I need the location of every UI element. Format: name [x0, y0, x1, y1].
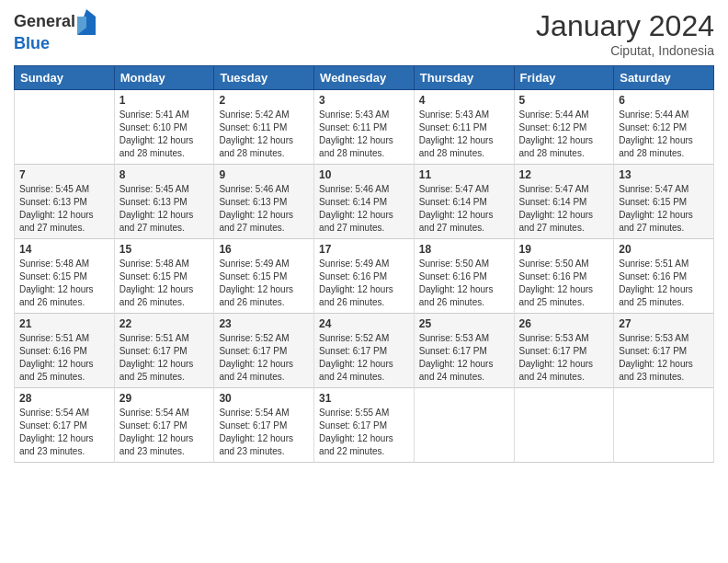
day-info: Sunrise: 5:47 AM Sunset: 6:14 PM Dayligh… [419, 183, 509, 235]
calendar-cell: 8Sunrise: 5:45 AM Sunset: 6:13 PM Daylig… [114, 165, 214, 239]
calendar-cell: 16Sunrise: 5:49 AM Sunset: 6:15 PM Dayli… [214, 239, 314, 314]
logo-general-text: General [14, 13, 75, 31]
location-subtitle: Ciputat, Indonesia [536, 43, 714, 58]
day-info: Sunrise: 5:54 AM Sunset: 6:17 PM Dayligh… [119, 407, 210, 458]
calendar-cell: 26Sunrise: 5:53 AM Sunset: 6:17 PM Dayli… [514, 314, 614, 388]
day-number: 13 [619, 168, 709, 181]
calendar-cell: 2Sunrise: 5:42 AM Sunset: 6:11 PM Daylig… [214, 90, 314, 165]
calendar-cell: 7Sunrise: 5:45 AM Sunset: 6:13 PM Daylig… [15, 165, 115, 239]
calendar-cell [514, 388, 614, 463]
day-number: 25 [419, 317, 509, 330]
header-row: Sunday Monday Tuesday Wednesday Thursday… [15, 66, 714, 90]
calendar-cell [414, 388, 514, 463]
day-number: 24 [319, 317, 409, 330]
header: General Blue January 2024 Ciputat, Indon… [14, 9, 714, 58]
calendar-cell: 9Sunrise: 5:46 AM Sunset: 6:13 PM Daylig… [214, 165, 314, 239]
day-number: 3 [319, 94, 409, 107]
day-number: 20 [619, 243, 709, 256]
day-info: Sunrise: 5:51 AM Sunset: 6:16 PM Dayligh… [19, 332, 109, 384]
day-info: Sunrise: 5:46 AM Sunset: 6:14 PM Dayligh… [319, 183, 409, 235]
day-info: Sunrise: 5:52 AM Sunset: 6:17 PM Dayligh… [219, 332, 309, 384]
logo-blue-text: Blue [14, 35, 96, 53]
calendar-cell: 30Sunrise: 5:54 AM Sunset: 6:17 PM Dayli… [214, 388, 314, 463]
month-title: January 2024 [536, 9, 714, 43]
day-number: 19 [519, 243, 609, 256]
calendar-body: 1Sunrise: 5:41 AM Sunset: 6:10 PM Daylig… [15, 90, 714, 463]
calendar-cell: 21Sunrise: 5:51 AM Sunset: 6:16 PM Dayli… [15, 314, 115, 388]
calendar-cell: 29Sunrise: 5:54 AM Sunset: 6:17 PM Dayli… [114, 388, 214, 463]
calendar-cell: 11Sunrise: 5:47 AM Sunset: 6:14 PM Dayli… [414, 165, 514, 239]
calendar-cell: 20Sunrise: 5:51 AM Sunset: 6:16 PM Dayli… [614, 239, 714, 314]
day-number: 15 [119, 243, 210, 256]
col-thursday: Thursday [414, 66, 514, 90]
day-number: 8 [119, 168, 210, 181]
calendar-cell: 23Sunrise: 5:52 AM Sunset: 6:17 PM Dayli… [214, 314, 314, 388]
day-number: 26 [519, 317, 609, 330]
day-number: 14 [19, 243, 109, 256]
calendar-cell: 22Sunrise: 5:51 AM Sunset: 6:17 PM Dayli… [114, 314, 214, 388]
day-number: 23 [219, 317, 309, 330]
day-info: Sunrise: 5:43 AM Sunset: 6:11 PM Dayligh… [319, 109, 409, 160]
col-sunday: Sunday [15, 66, 115, 90]
day-info: Sunrise: 5:53 AM Sunset: 6:17 PM Dayligh… [619, 332, 709, 384]
day-number: 10 [319, 168, 409, 181]
logo: General Blue [14, 9, 96, 53]
week-row: 7Sunrise: 5:45 AM Sunset: 6:13 PM Daylig… [15, 165, 714, 239]
day-info: Sunrise: 5:53 AM Sunset: 6:17 PM Dayligh… [519, 332, 609, 384]
calendar-cell: 17Sunrise: 5:49 AM Sunset: 6:16 PM Dayli… [314, 239, 415, 314]
day-info: Sunrise: 5:47 AM Sunset: 6:14 PM Dayligh… [519, 183, 609, 235]
day-number: 11 [419, 168, 509, 181]
day-number: 22 [119, 317, 210, 330]
day-number: 1 [119, 94, 210, 107]
week-row: 1Sunrise: 5:41 AM Sunset: 6:10 PM Daylig… [15, 90, 714, 165]
day-number: 28 [19, 392, 109, 405]
day-number: 18 [419, 243, 509, 256]
col-monday: Monday [114, 66, 214, 90]
calendar-cell: 24Sunrise: 5:52 AM Sunset: 6:17 PM Dayli… [314, 314, 415, 388]
day-number: 16 [219, 243, 309, 256]
day-number: 12 [519, 168, 609, 181]
logo-icon [77, 9, 96, 35]
day-number: 6 [619, 94, 709, 107]
calendar-cell: 6Sunrise: 5:44 AM Sunset: 6:12 PM Daylig… [614, 90, 714, 165]
day-info: Sunrise: 5:51 AM Sunset: 6:16 PM Dayligh… [619, 258, 709, 309]
calendar-cell: 12Sunrise: 5:47 AM Sunset: 6:14 PM Dayli… [514, 165, 614, 239]
calendar-cell [15, 90, 115, 165]
day-info: Sunrise: 5:55 AM Sunset: 6:17 PM Dayligh… [319, 407, 409, 458]
day-info: Sunrise: 5:50 AM Sunset: 6:16 PM Dayligh… [419, 258, 509, 309]
calendar-cell: 18Sunrise: 5:50 AM Sunset: 6:16 PM Dayli… [414, 239, 514, 314]
calendar-cell: 19Sunrise: 5:50 AM Sunset: 6:16 PM Dayli… [514, 239, 614, 314]
week-row: 21Sunrise: 5:51 AM Sunset: 6:16 PM Dayli… [15, 314, 714, 388]
day-number: 7 [19, 168, 109, 181]
col-friday: Friday [514, 66, 614, 90]
day-info: Sunrise: 5:53 AM Sunset: 6:17 PM Dayligh… [419, 332, 509, 384]
day-info: Sunrise: 5:45 AM Sunset: 6:13 PM Dayligh… [119, 183, 210, 235]
day-info: Sunrise: 5:47 AM Sunset: 6:15 PM Dayligh… [619, 183, 709, 235]
day-info: Sunrise: 5:48 AM Sunset: 6:15 PM Dayligh… [119, 258, 210, 309]
day-number: 21 [19, 317, 109, 330]
day-number: 29 [119, 392, 210, 405]
day-info: Sunrise: 5:54 AM Sunset: 6:17 PM Dayligh… [19, 407, 109, 458]
day-number: 17 [319, 243, 409, 256]
day-info: Sunrise: 5:50 AM Sunset: 6:16 PM Dayligh… [519, 258, 609, 309]
week-row: 28Sunrise: 5:54 AM Sunset: 6:17 PM Dayli… [15, 388, 714, 463]
calendar-cell: 3Sunrise: 5:43 AM Sunset: 6:11 PM Daylig… [314, 90, 415, 165]
calendar-cell: 15Sunrise: 5:48 AM Sunset: 6:15 PM Dayli… [114, 239, 214, 314]
day-info: Sunrise: 5:44 AM Sunset: 6:12 PM Dayligh… [519, 109, 609, 160]
day-info: Sunrise: 5:45 AM Sunset: 6:13 PM Dayligh… [19, 183, 109, 235]
day-info: Sunrise: 5:54 AM Sunset: 6:17 PM Dayligh… [219, 407, 309, 458]
calendar-cell: 4Sunrise: 5:43 AM Sunset: 6:11 PM Daylig… [414, 90, 514, 165]
day-number: 2 [219, 94, 309, 107]
col-wednesday: Wednesday [314, 66, 415, 90]
calendar-cell [614, 388, 714, 463]
day-info: Sunrise: 5:42 AM Sunset: 6:11 PM Dayligh… [219, 109, 309, 160]
calendar-cell: 25Sunrise: 5:53 AM Sunset: 6:17 PM Dayli… [414, 314, 514, 388]
col-tuesday: Tuesday [214, 66, 314, 90]
page: General Blue January 2024 Ciputat, Indon… [0, 0, 728, 563]
calendar-cell: 10Sunrise: 5:46 AM Sunset: 6:14 PM Dayli… [314, 165, 415, 239]
day-number: 4 [419, 94, 509, 107]
day-number: 5 [519, 94, 609, 107]
day-number: 27 [619, 317, 709, 330]
calendar-cell: 28Sunrise: 5:54 AM Sunset: 6:17 PM Dayli… [15, 388, 115, 463]
calendar-cell: 31Sunrise: 5:55 AM Sunset: 6:17 PM Dayli… [314, 388, 415, 463]
